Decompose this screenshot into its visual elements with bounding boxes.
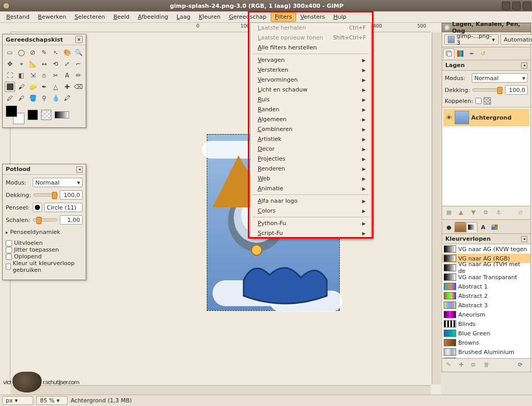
- active-brush-swatch[interactable]: [28, 110, 38, 120]
- tool-18[interactable]: ✂: [50, 70, 61, 81]
- toolbox-title[interactable]: Gereedschapskist ×: [3, 34, 86, 45]
- tool-16[interactable]: ⇲: [28, 70, 38, 81]
- tab-paths[interactable]: ✒: [466, 48, 477, 59]
- menu-kleuren[interactable]: Kleuren: [194, 12, 224, 22]
- check-jitter-toepassen[interactable]: Jitter toepassen: [6, 246, 83, 253]
- menuitem-artistiek[interactable]: Artistiek▶: [250, 134, 371, 144]
- brush-preview[interactable]: [33, 203, 42, 212]
- edit-gradient-icon[interactable]: ✎: [446, 361, 455, 370]
- gradient-abstract-[interactable]: Abstract 1: [442, 282, 530, 291]
- eye-icon[interactable]: 👁: [445, 114, 453, 121]
- opacity-input[interactable]: 100,0: [60, 190, 83, 200]
- layer-row[interactable]: 👁 Achtergrond: [443, 109, 529, 126]
- tool-22[interactable]: 🖌: [16, 82, 26, 92]
- tool-27[interactable]: ⌫: [73, 82, 84, 92]
- lock-alpha-checkbox[interactable]: [484, 97, 491, 104]
- layer-list[interactable]: 👁 Achtergrond: [442, 108, 531, 206]
- layeropacity-input[interactable]: 100,0: [505, 85, 528, 95]
- new-layer-icon[interactable]: ▦: [446, 209, 455, 217]
- tool-33[interactable]: 🖍: [62, 93, 72, 103]
- tool-1[interactable]: ◯: [16, 47, 26, 58]
- tool-11[interactable]: ⟲: [50, 59, 61, 69]
- tab-fonts[interactable]: A: [477, 222, 489, 232]
- tab-undo[interactable]: ↺: [477, 48, 489, 59]
- gradient-vg-naar-ag-tvh-met-de[interactable]: VG naar AG (TVH met de: [442, 263, 530, 272]
- menu-gereedschap[interactable]: Gereedschap: [225, 12, 271, 22]
- menuitem-animatie[interactable]: Animatie▶: [250, 184, 371, 193]
- opacity-slider[interactable]: [33, 193, 58, 197]
- gradient-brushed-aluminium[interactable]: Brushed Aluminium: [442, 347, 530, 357]
- layermode-select[interactable]: Normaal▾: [472, 73, 528, 83]
- menuitem-vervagen[interactable]: Vervagen▶: [250, 55, 371, 65]
- gradient-vg-naar-ag-kvw-tegen[interactable]: VG naar AG (KVW tegen: [442, 244, 530, 254]
- new-gradient-icon[interactable]: ✚: [459, 361, 467, 370]
- tool-30[interactable]: 🪣: [28, 93, 38, 103]
- tool-32[interactable]: 💧: [50, 93, 61, 103]
- tool-17[interactable]: ⦶: [39, 70, 49, 81]
- auto-button[interactable]: Automatisch: [500, 34, 532, 45]
- maximize-button[interactable]: [512, 2, 521, 10]
- fg-bg-colors[interactable]: [6, 106, 24, 124]
- menu-filters[interactable]: Filters: [271, 12, 296, 22]
- menu-selecteren[interactable]: Selecteren: [70, 12, 109, 22]
- gradient-list[interactable]: VG naar AG (KVW tegenVG naar AG (RGB)VG …: [442, 244, 531, 359]
- check-uitvloeien[interactable]: Uitvloeien: [6, 240, 83, 246]
- zoom-selector[interactable]: 85 %▾: [36, 396, 68, 405]
- tab-layers[interactable]: [443, 48, 455, 59]
- panel-menu-icon[interactable]: ◂: [521, 236, 527, 242]
- tool-6[interactable]: 🔍: [73, 47, 84, 58]
- menuitem-combineren[interactable]: Combineren▶: [250, 124, 371, 134]
- menu-hulp[interactable]: Hulp: [329, 12, 351, 22]
- image-selector[interactable]: gimp-...png-3 ▾: [444, 34, 499, 45]
- menuitem-licht-en-schaduw[interactable]: Licht en schaduw▶: [250, 85, 371, 95]
- gradient-abstract-[interactable]: Abstract 2: [442, 291, 530, 300]
- menuitem-vervormingen[interactable]: Vervormingen▶: [250, 75, 371, 85]
- menu-bestand[interactable]: Bestand: [2, 12, 34, 22]
- close-button[interactable]: [523, 2, 531, 10]
- brush-dynamics-expander[interactable]: ▸ Penseeldynamiek: [6, 228, 83, 237]
- tab-patterns[interactable]: [455, 222, 466, 232]
- tool-15[interactable]: ◧: [16, 70, 26, 81]
- menuitem-ruis[interactable]: Ruis▶: [250, 95, 371, 104]
- menuitem-versterken[interactable]: Versterken▶: [250, 65, 371, 75]
- tool-5[interactable]: 🎨: [62, 47, 72, 58]
- tool-26[interactable]: ✚: [62, 82, 72, 92]
- tab-brushes[interactable]: ●: [443, 222, 455, 232]
- lower-layer-icon[interactable]: ▼: [471, 209, 480, 217]
- scrollbar-vertical[interactable]: [432, 32, 441, 384]
- close-icon[interactable]: ×: [75, 36, 83, 43]
- tool-21[interactable]: ⬛: [5, 82, 15, 92]
- menu-laag[interactable]: Laag: [172, 12, 195, 22]
- tool-24[interactable]: ✒: [39, 82, 49, 92]
- panel-menu-icon[interactable]: ◂: [76, 166, 83, 173]
- active-pattern-swatch[interactable]: [41, 110, 51, 120]
- tool-29[interactable]: 🖋: [16, 93, 26, 103]
- tool-8[interactable]: ⌖: [16, 59, 26, 69]
- check-oplopend[interactable]: Oplopend: [6, 253, 83, 260]
- gradient-abstract-[interactable]: Abstract 3: [442, 300, 530, 310]
- tab-channels[interactable]: [455, 48, 466, 59]
- tab-gradients[interactable]: [466, 222, 477, 232]
- tool-3[interactable]: ✎: [39, 47, 49, 58]
- menuitem-web[interactable]: Web▶: [250, 174, 371, 184]
- fg-color-swatch[interactable]: [6, 106, 17, 117]
- active-gradient-swatch[interactable]: [55, 111, 69, 119]
- menu-bewerken[interactable]: Bewerken: [34, 12, 70, 22]
- delete-gradient-icon[interactable]: 🗑: [484, 361, 492, 370]
- menuitem-randen[interactable]: Randen▶: [250, 104, 371, 114]
- tool-4[interactable]: ➴: [50, 47, 61, 58]
- tool-23[interactable]: 🧽: [28, 82, 38, 92]
- mode-select[interactable]: Normaal▾: [33, 178, 83, 187]
- tool-7[interactable]: ✥: [5, 59, 15, 69]
- tool-19[interactable]: A: [62, 70, 72, 81]
- tool-25[interactable]: △: [50, 82, 61, 92]
- tool-14[interactable]: ⛶: [5, 70, 15, 81]
- brush-select[interactable]: Circle (11): [44, 203, 83, 212]
- tool-31[interactable]: ⚲: [39, 93, 49, 103]
- refresh-gradient-icon[interactable]: ⟳: [518, 361, 526, 370]
- layeropacity-slider[interactable]: [472, 88, 503, 91]
- gradient-blue-green[interactable]: Blue Green: [442, 329, 530, 338]
- minimize-button[interactable]: [502, 2, 510, 10]
- menuitem-alle-filters-herstellen[interactable]: Alle filters herstellen: [250, 43, 371, 53]
- menuitem-colors[interactable]: Colors▶: [250, 206, 371, 216]
